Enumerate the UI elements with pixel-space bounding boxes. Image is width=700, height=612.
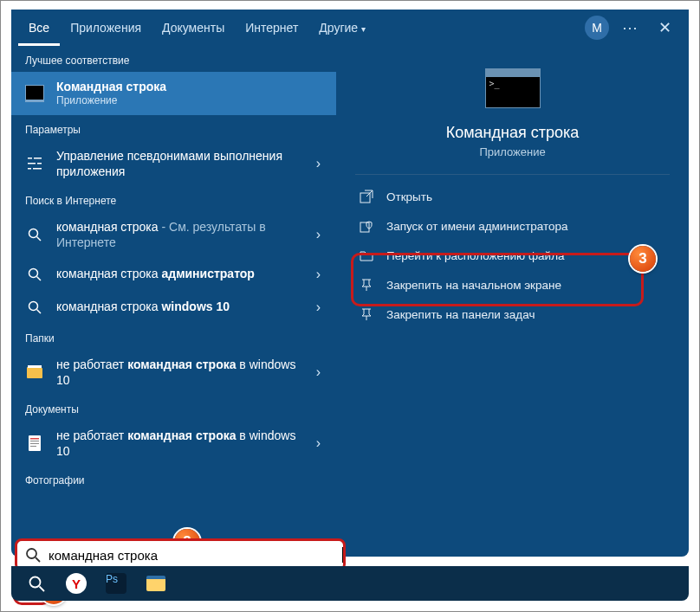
chevron-right-icon: › (309, 300, 327, 315)
result-title: не работает командная строка в windows 1… (56, 357, 309, 388)
result-web-3[interactable]: командная строка windows 10 › (11, 291, 336, 324)
cmd-icon (25, 84, 44, 103)
group-settings: Параметры (11, 115, 336, 141)
action-pin-start[interactable]: Закрепить на начальном экране (348, 270, 677, 300)
result-subtitle: Приложение (56, 94, 327, 108)
action-open[interactable]: Открыть (348, 182, 677, 211)
user-avatar[interactable]: M (585, 16, 609, 40)
pin-icon (357, 278, 376, 292)
result-title: Командная строка (56, 79, 327, 94)
results-list: Лучшее соответствие Командная строка При… (11, 46, 336, 557)
svg-rect-0 (28, 158, 32, 159)
search-input[interactable] (49, 548, 344, 563)
preview-title: Командная строка (446, 124, 580, 142)
svg-rect-14 (28, 365, 42, 368)
search-icon (25, 265, 44, 284)
search-icon (25, 225, 44, 244)
filter-tabs: Все Приложения Документы Интернет Другие… (11, 10, 689, 46)
group-folders: Папки (11, 324, 336, 350)
group-web: Поиск в Интернете (11, 186, 336, 212)
group-documents: Документы (11, 395, 336, 421)
tab-more[interactable]: Другие▾ (308, 10, 376, 46)
svg-line-9 (37, 276, 42, 280)
search-icon (17, 547, 49, 563)
svg-point-6 (29, 229, 38, 238)
action-open-location[interactable]: Перейти к расположению файла (348, 241, 677, 270)
result-web-1[interactable]: командная строка - См. результаты в Инте… (11, 212, 336, 257)
taskbar-explorer[interactable] (136, 566, 176, 601)
chevron-right-icon: › (309, 227, 327, 242)
chevron-right-icon: › (309, 267, 327, 282)
search-icon (25, 298, 44, 317)
svg-rect-3 (37, 163, 42, 164)
result-title: командная строка администратор (56, 266, 309, 281)
svg-rect-5 (33, 168, 42, 170)
yandex-icon: Y (66, 573, 87, 594)
group-photos: Фотографии (11, 466, 336, 492)
text-cursor (342, 547, 343, 563)
tab-apps[interactable]: Приложения (60, 10, 152, 46)
tab-docs[interactable]: Документы (152, 10, 235, 46)
svg-rect-4 (28, 168, 31, 170)
svg-rect-2 (28, 163, 36, 164)
preview-pane: Командная строка Приложение Открыть Запу… (336, 46, 689, 557)
result-title: не работает командная строка в windows 1… (56, 428, 309, 459)
svg-point-24 (30, 577, 41, 588)
result-title: командная строка - См. результаты в Инте… (56, 219, 309, 250)
svg-rect-16 (30, 438, 39, 440)
taskbar-yandex[interactable]: Y (56, 566, 96, 601)
result-doc-1[interactable]: не работает командная строка в windows 1… (11, 421, 336, 466)
taskbar: Y Ps (11, 566, 689, 601)
svg-point-10 (29, 301, 38, 310)
result-web-2[interactable]: командная строка администратор › (11, 258, 336, 291)
svg-line-11 (37, 309, 42, 313)
explorer-icon (146, 576, 165, 591)
folder-icon (25, 363, 44, 382)
search-icon (28, 575, 45, 592)
svg-point-8 (29, 268, 38, 277)
separator (355, 174, 670, 175)
taskbar-search-button[interactable] (16, 566, 56, 601)
shield-icon (357, 219, 376, 233)
chevron-right-icon: › (309, 435, 327, 451)
result-title: Управление псевдонимами выполнения прило… (56, 148, 309, 179)
more-options-button[interactable]: ⋯ (612, 10, 647, 45)
svg-rect-17 (30, 441, 39, 441)
action-pin-taskbar[interactable]: Закрепить на панели задач (348, 300, 677, 329)
svg-line-25 (40, 587, 45, 592)
result-title: командная строка windows 10 (56, 299, 309, 314)
tab-all[interactable]: Все (18, 10, 60, 46)
photoshop-icon: Ps (106, 573, 126, 594)
preview-category: Приложение (479, 145, 545, 158)
open-icon (357, 190, 376, 203)
result-folder-1[interactable]: не работает командная строка в windows 1… (11, 350, 336, 395)
chevron-right-icon: › (309, 364, 327, 380)
tab-web[interactable]: Интернет (235, 10, 308, 46)
svg-rect-18 (30, 443, 39, 444)
chevron-down-icon: ▾ (361, 24, 366, 34)
svg-line-7 (37, 237, 42, 242)
result-setting-alias[interactable]: Управление псевдонимами выполнения прило… (11, 141, 336, 186)
result-best-cmd[interactable]: Командная строка Приложение (11, 72, 336, 115)
svg-rect-21 (360, 222, 369, 232)
pin-icon (357, 307, 376, 321)
cmd-icon-large (485, 68, 541, 108)
svg-rect-1 (34, 158, 42, 159)
action-run-as-admin[interactable]: Запуск от имени администратора (348, 211, 677, 241)
settings-icon (25, 154, 44, 173)
chevron-right-icon: › (309, 156, 327, 171)
group-best-match: Лучшее соответствие (11, 46, 336, 72)
folder-open-icon (357, 248, 376, 262)
svg-rect-19 (30, 446, 36, 447)
svg-point-22 (27, 549, 36, 558)
close-button[interactable]: ✕ (647, 10, 682, 45)
search-panel: Все Приложения Документы Интернет Другие… (11, 10, 689, 557)
taskbar-photoshop[interactable]: Ps (96, 566, 136, 601)
svg-line-23 (36, 557, 40, 562)
document-icon (25, 434, 44, 453)
